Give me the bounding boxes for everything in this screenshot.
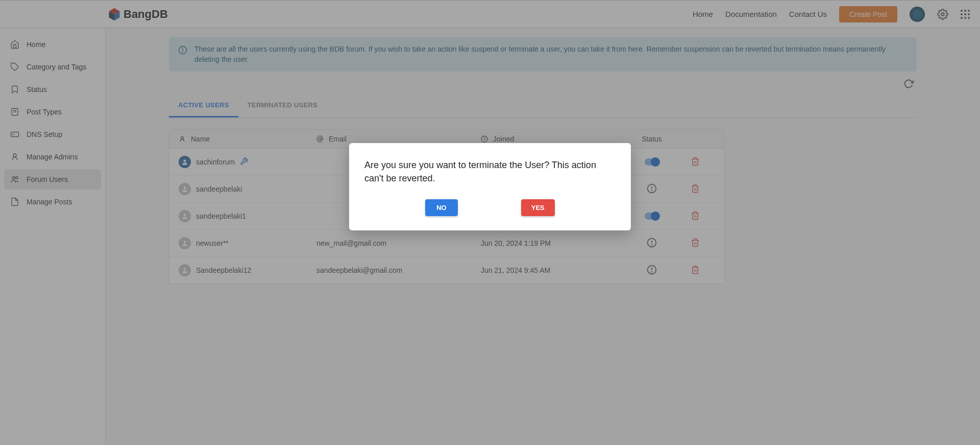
modal-yes-button[interactable]: YES: [521, 199, 555, 216]
modal-buttons: NO YES: [364, 199, 616, 216]
modal-no-button[interactable]: NO: [425, 199, 458, 216]
terminate-modal: Are you sure you want to terminate the U…: [349, 143, 631, 230]
modal-text: Are you sure you want to terminate the U…: [364, 158, 616, 185]
